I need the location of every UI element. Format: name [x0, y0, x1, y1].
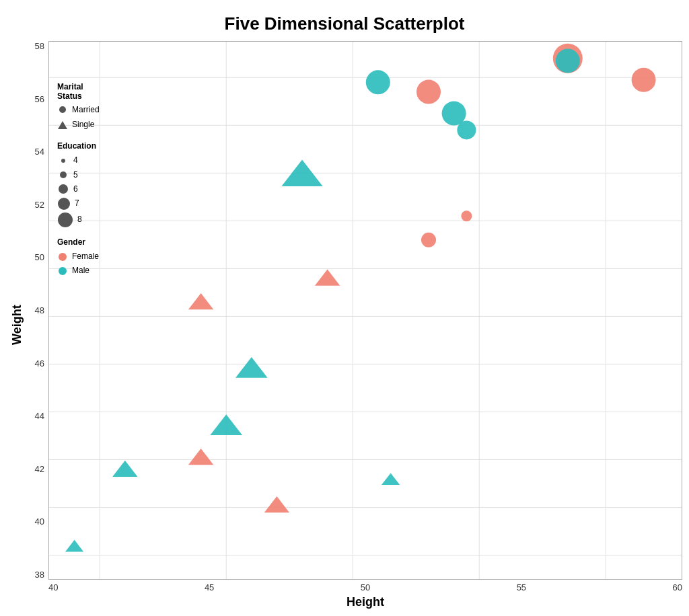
chart-container: Five Dimensional Scatterplot Weight 5856… [0, 0, 689, 616]
svg-point-27 [416, 80, 441, 104]
svg-marker-17 [112, 461, 137, 477]
plot-area-row: 5856545250484644424038 MaritalStatus Mar… [27, 41, 682, 580]
svg-point-34 [632, 68, 656, 92]
y-tick: 50 [35, 252, 44, 262]
svg-point-31 [461, 210, 472, 221]
y-tick: 52 [35, 200, 44, 210]
chart-body: Weight 5856545250484644424038 MaritalSta… [7, 41, 682, 609]
svg-point-30 [457, 120, 476, 139]
svg-marker-19 [188, 293, 213, 309]
x-tick: 55 [517, 582, 526, 592]
plot-svg [49, 42, 682, 579]
chart-and-x: 5856545250484644424038 MaritalStatus Mar… [27, 41, 682, 609]
svg-marker-18 [188, 449, 213, 465]
svg-point-28 [421, 233, 436, 247]
y-tick: 42 [35, 464, 44, 474]
y-tick: 46 [35, 358, 44, 369]
y-axis-label: Weight [7, 41, 27, 609]
chart-title: Five Dimensional Scatterplot [225, 13, 465, 34]
y-tick: 54 [35, 147, 44, 157]
x-axis-label: Height [27, 595, 682, 609]
y-tick: 56 [35, 94, 44, 104]
svg-marker-16 [65, 540, 83, 552]
x-tick: 60 [673, 582, 682, 592]
y-tick: 44 [35, 411, 44, 421]
y-tick: 48 [35, 305, 44, 315]
y-tick: 40 [35, 516, 44, 527]
plot-box: MaritalStatus Married Single Education 4… [48, 41, 682, 580]
y-tick: 38 [35, 570, 44, 580]
svg-point-33 [556, 48, 580, 73]
x-ticks-row: 4045505560 [27, 582, 682, 592]
svg-marker-21 [235, 357, 268, 378]
y-tick: 58 [35, 41, 44, 51]
y-ticks: 5856545250484644424038 [27, 41, 48, 580]
svg-marker-20 [210, 414, 242, 435]
x-tick: 50 [361, 582, 370, 592]
x-tick: 45 [205, 582, 214, 592]
svg-marker-26 [382, 473, 400, 485]
svg-marker-24 [315, 270, 340, 286]
svg-point-25 [366, 70, 390, 94]
x-tick: 40 [48, 582, 58, 592]
svg-marker-22 [264, 496, 289, 512]
x-ticks: 4045505560 [48, 582, 682, 592]
